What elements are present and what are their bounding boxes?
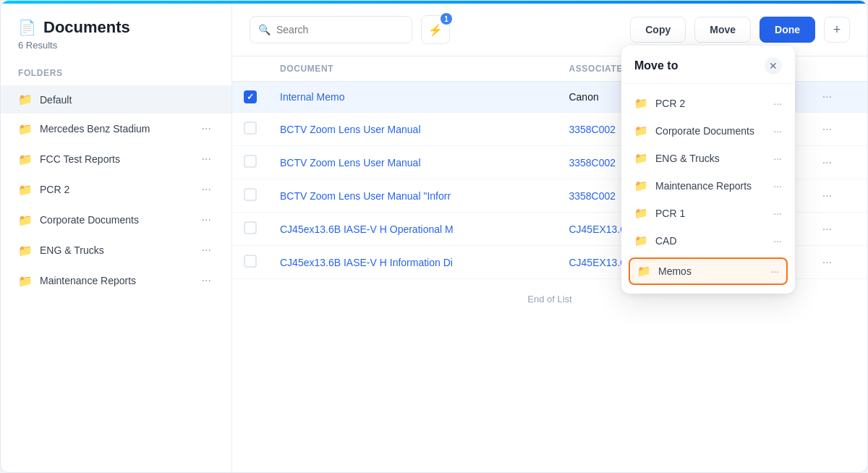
move-item-more-btn[interactable]: ··· xyxy=(773,125,782,137)
doc-name-cell: CJ45ex13.6B IASE-V H Operational M xyxy=(268,213,557,246)
move-item-more-btn[interactable]: ··· xyxy=(773,208,782,219)
folder-icon: 📁 xyxy=(18,93,33,106)
row-actions-cell: ··· xyxy=(807,82,867,113)
row-more-btn[interactable]: ··· xyxy=(818,88,836,106)
document-icon: 📄 xyxy=(18,19,36,36)
plus-icon: + xyxy=(833,22,841,38)
move-to-item-cad[interactable]: 📁 CAD ··· xyxy=(621,227,795,255)
sidebar-item-eng[interactable]: 📁 ENG & Trucks ··· xyxy=(1,235,231,265)
folder-more-btn[interactable]: ··· xyxy=(199,121,214,137)
move-to-item-eng[interactable]: 📁 ENG & Trucks ··· xyxy=(621,145,795,172)
row-more-btn[interactable]: ··· xyxy=(818,187,836,205)
move-to-title: Move to xyxy=(634,59,678,72)
move-folder-name: Memos xyxy=(658,265,692,277)
sidebar-item-default[interactable]: 📁 Default xyxy=(1,85,231,114)
done-button[interactable]: Done xyxy=(760,17,815,43)
row-checkbox-cell[interactable] xyxy=(232,82,268,113)
table-header-actions xyxy=(807,56,867,82)
folder-more-btn[interactable]: ··· xyxy=(199,212,214,228)
row-more-btn[interactable]: ··· xyxy=(818,153,836,171)
folder-more-btn[interactable]: ··· xyxy=(199,151,214,167)
move-to-close-button[interactable]: ✕ xyxy=(765,57,782,74)
move-item-more-btn[interactable]: ··· xyxy=(773,153,782,164)
move-folder-icon: 📁 xyxy=(634,179,648,192)
document-link[interactable]: CJ45ex13.6B IASE-V H Operational M xyxy=(280,223,454,235)
folder-name: Maintenance Reports xyxy=(40,275,136,286)
move-to-item-corporate[interactable]: 📁 Corporate Documents ··· xyxy=(621,117,795,145)
folders-label: Folders xyxy=(1,68,231,78)
move-folder-name: ENG & Trucks xyxy=(655,153,720,164)
row-checkbox-cell[interactable] xyxy=(232,113,268,146)
assoc-link[interactable]: 3358C002 xyxy=(569,157,616,169)
move-item-more-btn[interactable]: ··· xyxy=(773,180,782,192)
page-title-row: 📄 Documents xyxy=(18,18,214,37)
filter-button[interactable]: ⚡ 1 xyxy=(421,15,450,44)
add-button[interactable]: + xyxy=(824,17,850,43)
move-folder-icon: 📁 xyxy=(634,152,648,165)
row-checkbox[interactable] xyxy=(244,221,257,234)
row-checkbox-cell[interactable] xyxy=(232,146,268,179)
sidebar-item-fcc[interactable]: 📁 FCC Test Reports ··· xyxy=(1,144,231,174)
row-more-btn[interactable]: ··· xyxy=(818,120,836,138)
move-to-item-pcr1[interactable]: 📁 PCR 1 ··· xyxy=(621,200,795,227)
move-folder-icon: 📁 xyxy=(637,265,651,278)
filter-badge: 1 xyxy=(441,13,452,25)
results-count: 6 Results xyxy=(18,40,214,51)
document-link[interactable]: Internal Memo xyxy=(280,91,344,103)
move-folder-name: CAD xyxy=(655,235,677,247)
move-button[interactable]: Move xyxy=(694,17,751,43)
folder-name: FCC Test Reports xyxy=(40,153,120,165)
assoc-link[interactable]: 3358C002 xyxy=(569,124,616,135)
doc-name-cell: CJ45ex13.6B IASE-V H Information Di xyxy=(268,246,557,279)
move-to-panel: Move to ✕ 📁 PCR 2 ··· 📁 Corporate Docume… xyxy=(621,46,795,294)
folder-icon: 📁 xyxy=(18,213,33,227)
move-folder-name: PCR 1 xyxy=(655,208,685,219)
sidebar-item-mercedes[interactable]: 📁 Mercedes Benz Stadium ··· xyxy=(1,114,231,144)
move-item-more-btn[interactable]: ··· xyxy=(773,98,782,109)
folder-more-btn[interactable]: ··· xyxy=(199,242,214,258)
search-input[interactable] xyxy=(250,16,412,43)
copy-button[interactable]: Copy xyxy=(630,17,686,43)
move-item-more-btn[interactable]: ··· xyxy=(770,265,779,277)
row-checkbox-cell[interactable] xyxy=(232,179,268,213)
document-link[interactable]: BCTV Zoom Lens User Manual xyxy=(280,157,421,169)
row-checkbox-cell[interactable] xyxy=(232,246,268,279)
row-more-btn[interactable]: ··· xyxy=(818,253,836,271)
folder-icon: 📁 xyxy=(18,244,33,257)
document-link[interactable]: BCTV Zoom Lens User Manual xyxy=(280,124,421,135)
document-link[interactable]: BCTV Zoom Lens User Manual "Inforr xyxy=(280,190,451,202)
sidebar-header: 📄 Documents 6 Results xyxy=(1,18,231,68)
folder-icon: 📁 xyxy=(18,122,33,136)
move-folder-icon: 📁 xyxy=(634,124,648,137)
move-folder-name: Corporate Documents xyxy=(655,125,754,137)
move-to-item-maintenance[interactable]: 📁 Maintenance Reports ··· xyxy=(621,172,795,200)
sidebar-item-maintenance[interactable]: 📁 Maintenance Reports ··· xyxy=(1,265,231,296)
search-wrapper: 🔍 xyxy=(250,16,412,43)
folder-more-btn[interactable]: ··· xyxy=(199,182,214,197)
sidebar-item-corporate[interactable]: 📁 Corporate Documents ··· xyxy=(1,205,231,235)
folder-name: Mercedes Benz Stadium xyxy=(40,123,150,135)
folder-more-btn[interactable]: ··· xyxy=(199,273,214,289)
row-checkbox[interactable] xyxy=(244,188,257,201)
row-checkbox[interactable] xyxy=(244,155,257,168)
row-actions-cell: ··· xyxy=(807,146,867,179)
row-actions-cell: ··· xyxy=(807,246,867,279)
sidebar-item-pcr2[interactable]: 📁 PCR 2 ··· xyxy=(1,174,231,205)
doc-name-cell: BCTV Zoom Lens User Manual xyxy=(268,113,557,146)
document-link[interactable]: CJ45ex13.6B IASE-V H Information Di xyxy=(280,257,453,268)
sidebar: 📄 Documents 6 Results Folders 📁 Default … xyxy=(1,4,232,472)
assoc-link[interactable]: 3358C002 xyxy=(569,190,616,202)
row-more-btn[interactable]: ··· xyxy=(818,220,836,238)
row-checkbox-cell[interactable] xyxy=(232,213,268,246)
move-to-item-memos[interactable]: 📁 Memos ··· xyxy=(629,257,788,285)
doc-name-cell: BCTV Zoom Lens User Manual "Inforr xyxy=(268,179,557,213)
row-checkbox[interactable] xyxy=(244,122,257,135)
folder-name: Corporate Documents xyxy=(40,214,139,226)
table-header-checkbox xyxy=(232,56,268,82)
row-checkbox[interactable] xyxy=(244,255,257,268)
move-item-more-btn[interactable]: ··· xyxy=(773,235,782,247)
move-to-item-pcr2[interactable]: 📁 PCR 2 ··· xyxy=(621,90,795,117)
table-header-document: Document xyxy=(268,56,557,82)
filter-icon: ⚡ xyxy=(428,23,443,37)
assoc-value: Canon xyxy=(569,91,598,103)
